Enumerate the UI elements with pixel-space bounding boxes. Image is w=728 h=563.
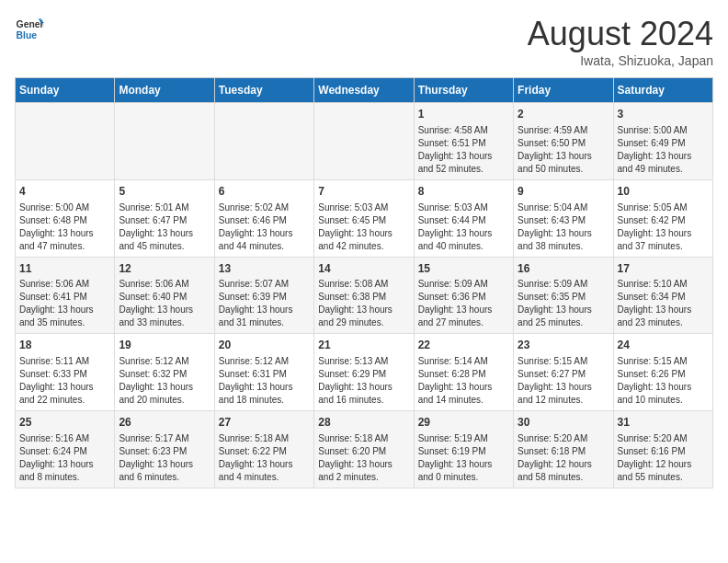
- day-number: 3: [618, 107, 709, 122]
- calendar-cell: 5Sunrise: 5:01 AM Sunset: 6:47 PM Daylig…: [115, 179, 214, 257]
- calendar-cell: 14Sunrise: 5:08 AM Sunset: 6:38 PM Dayli…: [314, 257, 414, 334]
- day-number: 15: [418, 261, 509, 277]
- day-info: Sunrise: 5:17 AM Sunset: 6:23 PM Dayligh…: [119, 432, 210, 484]
- calendar-table: SundayMondayTuesdayWednesdayThursdayFrid…: [15, 77, 713, 488]
- day-info: Sunrise: 5:08 AM Sunset: 6:38 PM Dayligh…: [318, 278, 409, 329]
- calendar-cell: 6Sunrise: 5:02 AM Sunset: 6:46 PM Daylig…: [214, 179, 313, 257]
- calendar-cell: 11Sunrise: 5:06 AM Sunset: 6:41 PM Dayli…: [16, 257, 115, 334]
- calendar-cell: 9Sunrise: 5:04 AM Sunset: 6:43 PM Daylig…: [514, 179, 613, 257]
- calendar-week-row: 18Sunrise: 5:11 AM Sunset: 6:33 PM Dayli…: [16, 334, 713, 411]
- calendar-cell: 22Sunrise: 5:14 AM Sunset: 6:28 PM Dayli…: [414, 334, 513, 411]
- day-info: Sunrise: 5:18 AM Sunset: 6:20 PM Dayligh…: [318, 432, 409, 484]
- day-info: Sunrise: 5:03 AM Sunset: 6:45 PM Dayligh…: [318, 201, 409, 253]
- day-info: Sunrise: 5:20 AM Sunset: 6:16 PM Dayligh…: [618, 432, 709, 484]
- calendar-cell: 18Sunrise: 5:11 AM Sunset: 6:33 PM Dayli…: [16, 334, 115, 411]
- day-info: Sunrise: 5:19 AM Sunset: 6:19 PM Dayligh…: [418, 432, 509, 484]
- calendar-cell: [115, 103, 214, 180]
- day-info: Sunrise: 5:06 AM Sunset: 6:41 PM Dayligh…: [19, 278, 110, 329]
- day-number: 7: [318, 184, 409, 200]
- calendar-cell: 29Sunrise: 5:19 AM Sunset: 6:19 PM Dayli…: [414, 411, 513, 488]
- calendar-body: 1Sunrise: 4:58 AM Sunset: 6:51 PM Daylig…: [16, 103, 713, 488]
- weekday-header-tuesday: Tuesday: [214, 78, 313, 103]
- day-number: 29: [418, 415, 509, 431]
- title-block: August 2024 Iwata, Shizuoka, Japan: [528, 15, 713, 68]
- calendar-cell: 23Sunrise: 5:15 AM Sunset: 6:27 PM Dayli…: [514, 334, 613, 411]
- calendar-cell: 28Sunrise: 5:18 AM Sunset: 6:20 PM Dayli…: [314, 411, 414, 488]
- header: General Blue August 2024 Iwata, Shizuoka…: [15, 15, 713, 68]
- subtitle: Iwata, Shizuoka, Japan: [528, 53, 713, 68]
- calendar-cell: 25Sunrise: 5:16 AM Sunset: 6:24 PM Dayli…: [16, 411, 115, 488]
- calendar-cell: 2Sunrise: 4:59 AM Sunset: 6:50 PM Daylig…: [514, 103, 613, 180]
- calendar-cell: 13Sunrise: 5:07 AM Sunset: 6:39 PM Dayli…: [214, 257, 313, 334]
- logo-icon: General Blue: [15, 15, 44, 44]
- day-number: 10: [618, 184, 709, 200]
- day-number: 22: [418, 338, 509, 353]
- day-info: Sunrise: 5:05 AM Sunset: 6:42 PM Dayligh…: [618, 201, 709, 253]
- day-info: Sunrise: 5:09 AM Sunset: 6:35 PM Dayligh…: [518, 278, 609, 329]
- day-info: Sunrise: 5:01 AM Sunset: 6:47 PM Dayligh…: [119, 201, 210, 253]
- day-info: Sunrise: 5:12 AM Sunset: 6:32 PM Dayligh…: [119, 355, 210, 407]
- calendar-week-row: 1Sunrise: 4:58 AM Sunset: 6:51 PM Daylig…: [16, 103, 713, 180]
- day-number: 30: [518, 415, 609, 431]
- day-info: Sunrise: 5:04 AM Sunset: 6:43 PM Dayligh…: [518, 201, 609, 253]
- weekday-header-sunday: Sunday: [16, 78, 115, 103]
- day-info: Sunrise: 5:10 AM Sunset: 6:34 PM Dayligh…: [618, 278, 709, 329]
- day-info: Sunrise: 5:14 AM Sunset: 6:28 PM Dayligh…: [418, 355, 509, 407]
- calendar-cell: 10Sunrise: 5:05 AM Sunset: 6:42 PM Dayli…: [613, 179, 712, 257]
- calendar-cell: 31Sunrise: 5:20 AM Sunset: 6:16 PM Dayli…: [613, 411, 712, 488]
- calendar-cell: 27Sunrise: 5:18 AM Sunset: 6:22 PM Dayli…: [214, 411, 313, 488]
- calendar-week-row: 25Sunrise: 5:16 AM Sunset: 6:24 PM Dayli…: [16, 411, 713, 488]
- day-number: 9: [518, 184, 609, 200]
- calendar-cell: 19Sunrise: 5:12 AM Sunset: 6:32 PM Dayli…: [115, 334, 214, 411]
- main-title: August 2024: [528, 15, 713, 53]
- day-info: Sunrise: 5:09 AM Sunset: 6:36 PM Dayligh…: [418, 278, 509, 329]
- day-number: 12: [119, 261, 210, 277]
- calendar-week-row: 11Sunrise: 5:06 AM Sunset: 6:41 PM Dayli…: [16, 257, 713, 334]
- day-info: Sunrise: 5:06 AM Sunset: 6:40 PM Dayligh…: [119, 278, 210, 329]
- svg-text:Blue: Blue: [17, 30, 38, 40]
- day-info: Sunrise: 4:58 AM Sunset: 6:51 PM Dayligh…: [418, 124, 509, 176]
- calendar-cell: 7Sunrise: 5:03 AM Sunset: 6:45 PM Daylig…: [314, 179, 414, 257]
- day-info: Sunrise: 5:20 AM Sunset: 6:18 PM Dayligh…: [518, 432, 609, 484]
- calendar-cell: 30Sunrise: 5:20 AM Sunset: 6:18 PM Dayli…: [514, 411, 613, 488]
- calendar-header: SundayMondayTuesdayWednesdayThursdayFrid…: [16, 78, 713, 103]
- day-number: 13: [219, 261, 310, 277]
- day-number: 11: [19, 261, 110, 277]
- day-info: Sunrise: 5:07 AM Sunset: 6:39 PM Dayligh…: [219, 278, 310, 329]
- day-number: 8: [418, 184, 509, 200]
- day-number: 25: [19, 415, 110, 431]
- logo: General Blue: [15, 15, 44, 44]
- day-info: Sunrise: 5:15 AM Sunset: 6:26 PM Dayligh…: [618, 355, 709, 407]
- day-number: 26: [119, 415, 210, 431]
- calendar-cell: 12Sunrise: 5:06 AM Sunset: 6:40 PM Dayli…: [115, 257, 214, 334]
- calendar-cell: [16, 103, 115, 180]
- calendar-cell: 4Sunrise: 5:00 AM Sunset: 6:48 PM Daylig…: [16, 179, 115, 257]
- day-number: 4: [19, 184, 110, 200]
- day-number: 14: [318, 261, 409, 277]
- weekday-header-friday: Friday: [514, 78, 613, 103]
- day-number: 19: [119, 338, 210, 353]
- day-info: Sunrise: 5:13 AM Sunset: 6:29 PM Dayligh…: [318, 355, 409, 407]
- day-number: 28: [318, 415, 409, 431]
- calendar-cell: [314, 103, 414, 180]
- day-number: 24: [618, 338, 709, 353]
- weekday-header-saturday: Saturday: [613, 78, 712, 103]
- day-info: Sunrise: 5:00 AM Sunset: 6:49 PM Dayligh…: [618, 124, 709, 176]
- day-number: 6: [219, 184, 310, 200]
- calendar-cell: 26Sunrise: 5:17 AM Sunset: 6:23 PM Dayli…: [115, 411, 214, 488]
- weekday-header-thursday: Thursday: [414, 78, 513, 103]
- day-info: Sunrise: 5:16 AM Sunset: 6:24 PM Dayligh…: [19, 432, 110, 484]
- calendar-cell: 17Sunrise: 5:10 AM Sunset: 6:34 PM Dayli…: [613, 257, 712, 334]
- day-info: Sunrise: 5:15 AM Sunset: 6:27 PM Dayligh…: [518, 355, 609, 407]
- weekday-header-wednesday: Wednesday: [314, 78, 414, 103]
- day-number: 2: [518, 107, 609, 122]
- day-number: 21: [318, 338, 409, 353]
- day-number: 1: [418, 107, 509, 122]
- day-info: Sunrise: 5:03 AM Sunset: 6:44 PM Dayligh…: [418, 201, 509, 253]
- calendar-week-row: 4Sunrise: 5:00 AM Sunset: 6:48 PM Daylig…: [16, 179, 713, 257]
- calendar-cell: 24Sunrise: 5:15 AM Sunset: 6:26 PM Dayli…: [613, 334, 712, 411]
- calendar-cell: 8Sunrise: 5:03 AM Sunset: 6:44 PM Daylig…: [414, 179, 513, 257]
- calendar-cell: [214, 103, 313, 180]
- day-info: Sunrise: 5:02 AM Sunset: 6:46 PM Dayligh…: [219, 201, 310, 253]
- calendar-cell: 15Sunrise: 5:09 AM Sunset: 6:36 PM Dayli…: [414, 257, 513, 334]
